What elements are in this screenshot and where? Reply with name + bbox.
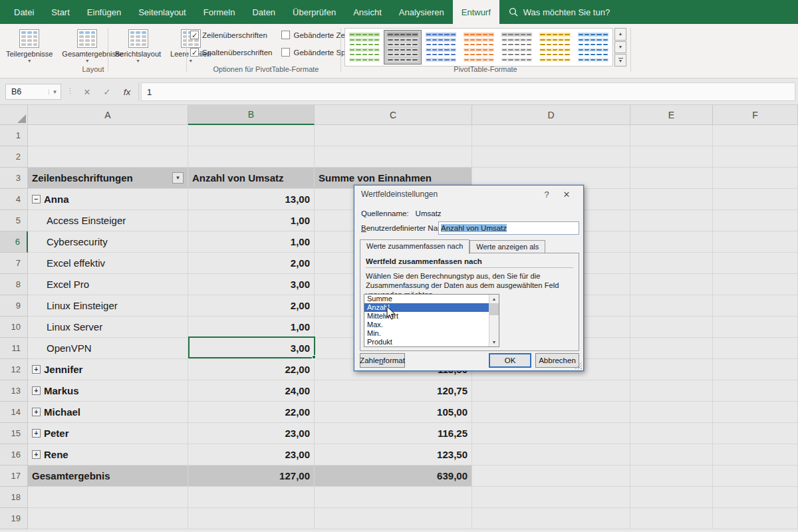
- cell-F5[interactable]: [713, 210, 798, 231]
- cell-F13[interactable]: [713, 380, 798, 402]
- cell-E19[interactable]: [630, 508, 713, 529]
- cell-B8[interactable]: 3,00: [188, 274, 315, 295]
- row-header-14[interactable]: 14: [0, 402, 28, 423]
- cell-F4[interactable]: [713, 189, 798, 210]
- cell-C18[interactable]: [315, 487, 472, 508]
- number-format-button[interactable]: Zahlenformat: [360, 353, 405, 368]
- cell-F15[interactable]: [713, 423, 798, 444]
- cell-B19[interactable]: [188, 508, 315, 529]
- cell-E14[interactable]: [630, 402, 713, 423]
- ribbon-tab-überprüfen[interactable]: Überprüfen: [284, 0, 344, 24]
- cell-C13[interactable]: 120,75: [315, 380, 472, 402]
- cell-B13[interactable]: 24,00: [188, 380, 315, 402]
- cell-F11[interactable]: [713, 338, 798, 359]
- cell-A4[interactable]: −Anna: [28, 189, 188, 210]
- cell-F9[interactable]: [713, 295, 798, 317]
- cell-E16[interactable]: [630, 444, 713, 466]
- cell-A14[interactable]: +Michael: [28, 402, 188, 423]
- listbox-item-anzahl[interactable]: Anzahl: [364, 303, 489, 312]
- cell-D17[interactable]: [472, 466, 630, 487]
- pivot-style-orange[interactable]: [460, 30, 497, 65]
- cell-E12[interactable]: [630, 359, 713, 380]
- cell-D13[interactable]: [472, 380, 630, 402]
- row-header-15[interactable]: 15: [0, 423, 28, 444]
- collapse-icon[interactable]: −: [32, 195, 41, 203]
- ribbon-tab-formeln[interactable]: Formeln: [195, 0, 244, 24]
- help-icon[interactable]: ?: [537, 190, 557, 200]
- cell-A9[interactable]: Linux Einsteiger: [28, 295, 188, 317]
- column-header-e[interactable]: E: [630, 105, 713, 125]
- cell-B3[interactable]: Anzahl von Umsatz: [188, 168, 315, 189]
- berichtslayout-button[interactable]: Berichtslayout▾: [110, 27, 166, 64]
- row-header-9[interactable]: 9: [0, 295, 28, 317]
- row-header-18[interactable]: 18: [0, 487, 28, 508]
- ribbon-tab-seitenlayout[interactable]: Seitenlayout: [130, 0, 195, 24]
- cell-E9[interactable]: [630, 295, 713, 317]
- cell-B16[interactable]: 23,00: [188, 444, 315, 466]
- cell-C14[interactable]: 105,00: [315, 402, 472, 423]
- cell-C17[interactable]: 639,00: [315, 466, 472, 487]
- scroll-down-icon[interactable]: ▼: [489, 338, 499, 346]
- cell-E17[interactable]: [630, 466, 713, 487]
- ribbon-tab-ansicht[interactable]: Ansicht: [344, 0, 390, 24]
- enter-icon[interactable]: ✓: [98, 84, 116, 100]
- cell-E13[interactable]: [630, 380, 713, 402]
- pivot-style-yellow[interactable]: [536, 30, 573, 65]
- cell-F14[interactable]: [713, 402, 798, 423]
- gallery-more-icon[interactable]: ▼: [614, 54, 626, 66]
- cell-E18[interactable]: [630, 487, 713, 508]
- cell-E3[interactable]: [630, 168, 713, 189]
- row-header-1[interactable]: 1: [0, 125, 28, 146]
- gallery-scroll-up-icon[interactable]: ▲: [614, 28, 626, 41]
- cell-D16[interactable]: [472, 444, 630, 466]
- cell-A16[interactable]: +Rene: [28, 444, 188, 466]
- column-header-b[interactable]: B: [188, 105, 315, 125]
- cell-E7[interactable]: [630, 253, 713, 274]
- chevron-down-icon[interactable]: ▼: [49, 89, 61, 95]
- cell-A1[interactable]: [28, 125, 188, 146]
- cell-C19[interactable]: [315, 508, 472, 529]
- column-header-c[interactable]: C: [315, 105, 472, 125]
- cell-D18[interactable]: [472, 487, 630, 508]
- cell-F17[interactable]: [713, 466, 798, 487]
- cell-B10[interactable]: 1,00: [188, 317, 315, 338]
- dialog-tab-show-values-as[interactable]: Werte anzeigen als: [469, 240, 545, 253]
- listbox-item-produkt[interactable]: Produkt: [364, 338, 489, 346]
- cell-A10[interactable]: Linux Server: [28, 317, 188, 338]
- row-header-8[interactable]: 8: [0, 274, 28, 295]
- cell-F10[interactable]: [713, 317, 798, 338]
- row-header-7[interactable]: 7: [0, 253, 28, 274]
- cell-F3[interactable]: [713, 168, 798, 189]
- checkbox-zeilenüberschriften[interactable]: ✓Zeilenüberschriften: [190, 31, 272, 39]
- expand-icon[interactable]: +: [32, 365, 41, 374]
- name-box[interactable]: B6 ▼: [5, 84, 61, 100]
- cell-A2[interactable]: [28, 146, 188, 168]
- cell-E8[interactable]: [630, 274, 713, 295]
- cell-F7[interactable]: [713, 253, 798, 274]
- cell-B5[interactable]: 1,00: [188, 210, 315, 231]
- cell-E10[interactable]: [630, 317, 713, 338]
- cell-C1[interactable]: [315, 125, 472, 146]
- cell-B15[interactable]: 23,00: [188, 423, 315, 444]
- close-icon[interactable]: ✕: [557, 190, 577, 200]
- cell-B2[interactable]: [188, 146, 315, 168]
- cell-B18[interactable]: [188, 487, 315, 508]
- row-header-5[interactable]: 5: [0, 210, 28, 231]
- cell-C16[interactable]: 123,50: [315, 444, 472, 466]
- column-header-d[interactable]: D: [472, 105, 630, 125]
- cell-D15[interactable]: [472, 423, 630, 444]
- ribbon-tab-datei[interactable]: Datei: [5, 0, 43, 24]
- cell-E11[interactable]: [630, 338, 713, 359]
- cell-F2[interactable]: [713, 146, 798, 168]
- cell-B11[interactable]: 3,00: [188, 338, 315, 359]
- custom-name-input[interactable]: Anzahl von Umsatz: [438, 221, 579, 235]
- scroll-up-icon[interactable]: ▲: [489, 295, 499, 303]
- cell-B4[interactable]: 13,00: [188, 189, 315, 210]
- cell-D2[interactable]: [472, 146, 630, 168]
- row-header-13[interactable]: 13: [0, 380, 28, 402]
- listbox-item-mittelwert[interactable]: Mittelwert: [364, 312, 489, 321]
- cancel-icon[interactable]: ✕: [78, 84, 96, 100]
- row-header-17[interactable]: 17: [0, 466, 28, 487]
- cell-D14[interactable]: [472, 402, 630, 423]
- cell-C2[interactable]: [315, 146, 472, 168]
